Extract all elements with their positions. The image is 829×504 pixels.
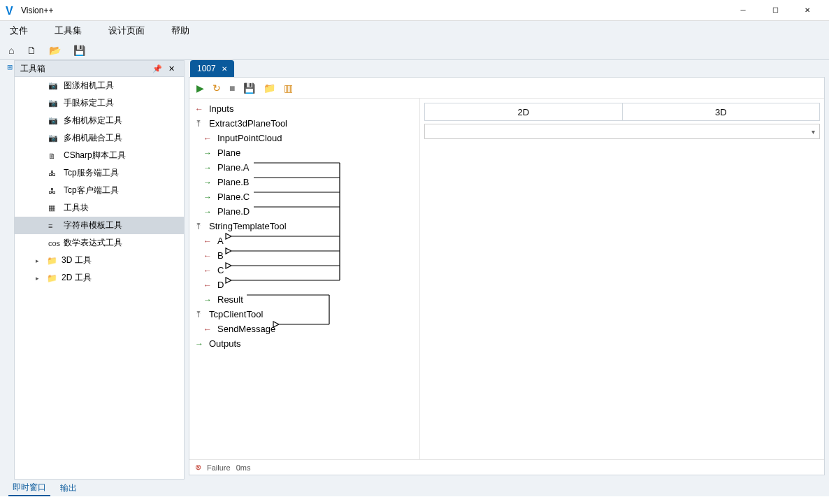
title-bar: V Vision++ ─ ☐ ✕ bbox=[0, 0, 829, 21]
tree-label: InputPointCloud bbox=[217, 133, 282, 143]
menu-bar: 文件 工具集 设计页面 帮助 bbox=[0, 21, 829, 41]
camera-icon: 📷 bbox=[48, 116, 58, 125]
viz-canvas[interactable] bbox=[424, 139, 820, 455]
toolbox-item-4[interactable]: 🗎CSharp脚本工具 bbox=[15, 147, 184, 164]
open-doc-icon[interactable]: 📁 bbox=[264, 82, 275, 94]
tree-row-3[interactable]: →Plane bbox=[189, 145, 419, 160]
save-icon[interactable]: 💾 bbox=[73, 45, 85, 56]
toolbox-item-3[interactable]: 📷多相机融合工具 bbox=[15, 129, 184, 147]
minimize-button[interactable]: ─ bbox=[727, 0, 759, 21]
tree-row-6[interactable]: →Plane.C bbox=[189, 189, 419, 204]
tree-label: Plane.A bbox=[217, 162, 250, 173]
open-folder-icon[interactable]: 📂 bbox=[49, 45, 61, 56]
side-strip[interactable]: ⊞ bbox=[0, 60, 14, 480]
toolbox-folder-label: 3D 工具 bbox=[62, 254, 92, 266]
toolbox-item-2[interactable]: 📷多相机标定工具 bbox=[15, 112, 184, 129]
refresh-icon[interactable]: ↻ bbox=[212, 82, 221, 94]
arrow-out-icon: → bbox=[203, 295, 213, 305]
toolbox-item-label: CSharp脚本工具 bbox=[64, 150, 126, 161]
menu-design[interactable]: 设计页面 bbox=[106, 23, 147, 38]
layout-icon[interactable]: ▥ bbox=[284, 82, 293, 94]
toolbox-item-label: 字符串模板工具 bbox=[64, 219, 122, 231]
document-split: ←Inputs⤒Extract3dPlaneTool←InputPointClo… bbox=[189, 99, 824, 459]
tree-row-8[interactable]: ⤒StringTemplateTool bbox=[189, 219, 419, 233]
pin-icon[interactable]: 📌 bbox=[150, 64, 164, 73]
close-button[interactable]: ✕ bbox=[791, 0, 823, 21]
arrow-up-icon: ⤒ bbox=[195, 119, 205, 129]
arrow-in-icon: ← bbox=[203, 251, 213, 261]
run-icon[interactable]: ▶ bbox=[196, 82, 204, 94]
toolbox-item-5[interactable]: 🖧Tcp服务端工具 bbox=[15, 164, 184, 182]
folder-icon: 📁 bbox=[47, 273, 57, 283]
tree-label: Outputs bbox=[209, 338, 241, 349]
toolbox-item-8[interactable]: ≡字符串模板工具 bbox=[15, 217, 184, 234]
tree-label: Plane.C bbox=[217, 192, 250, 202]
toolbox-folder-0[interactable]: ▸📁3D 工具 bbox=[15, 252, 184, 269]
tree-label: Plane bbox=[217, 147, 240, 158]
viz-dropdown[interactable]: ▾ bbox=[424, 124, 820, 139]
toolbox-item-label: 手眼标定工具 bbox=[64, 97, 114, 109]
toolbox-item-9[interactable]: cos数学表达式工具 bbox=[15, 234, 184, 252]
toolbox-item-1[interactable]: 📷手眼标定工具 bbox=[15, 94, 184, 112]
tree-row-14[interactable]: ⤒TcpClientTool bbox=[189, 307, 419, 322]
tree-label: B bbox=[217, 250, 224, 261]
viz-tab-2d[interactable]: 2D bbox=[425, 103, 622, 120]
stop-icon[interactable]: ■ bbox=[229, 82, 235, 94]
menu-help[interactable]: 帮助 bbox=[168, 23, 192, 38]
tree-label: D bbox=[217, 280, 224, 290]
viz-panel: 2D 3D ▾ bbox=[420, 99, 824, 459]
arrow-in-icon: ← bbox=[203, 236, 213, 246]
string-icon: ≡ bbox=[48, 222, 58, 230]
close-panel-icon[interactable]: ✕ bbox=[164, 64, 178, 73]
tree-row-5[interactable]: →Plane.B bbox=[189, 175, 419, 189]
tab-close-icon[interactable]: ✕ bbox=[222, 65, 227, 73]
toolbox-list: 📷图漾相机工具📷手眼标定工具📷多相机标定工具📷多相机融合工具🗎CSharp脚本工… bbox=[14, 77, 185, 480]
tree-row-2[interactable]: ←InputPointCloud bbox=[189, 131, 419, 145]
arrow-out-icon: → bbox=[203, 163, 213, 173]
tree-row-15[interactable]: ←SendMessage bbox=[189, 322, 419, 336]
tab-output[interactable]: 输出 bbox=[56, 481, 81, 496]
toolbox-item-label: 多相机融合工具 bbox=[64, 132, 122, 144]
tree-row-4[interactable]: →Plane.A bbox=[189, 160, 419, 175]
arrow-out-icon: → bbox=[195, 339, 205, 349]
net-icon: 🖧 bbox=[48, 187, 58, 195]
arrow-up-icon: ⤒ bbox=[195, 222, 205, 231]
status-time: 0ms bbox=[236, 463, 251, 472]
menu-file[interactable]: 文件 bbox=[7, 23, 31, 38]
toolbox-folder-1[interactable]: ▸📁2D 工具 bbox=[15, 269, 184, 287]
toolbox-item-6[interactable]: 🖧Tcp客户端工具 bbox=[15, 182, 184, 199]
bottom-tabs: 即时窗口 输出 bbox=[0, 480, 829, 496]
tree-row-12[interactable]: ←D bbox=[189, 278, 419, 292]
toolbox-panel: 工具箱 📌 ✕ 📷图漾相机工具📷手眼标定工具📷多相机标定工具📷多相机融合工具🗎C… bbox=[14, 60, 185, 480]
tree-label: Plane.B bbox=[217, 177, 250, 187]
arrow-out-icon: → bbox=[203, 207, 213, 217]
toolbox-item-label: 数学表达式工具 bbox=[64, 237, 122, 249]
tree-row-0[interactable]: ←Inputs bbox=[189, 101, 419, 116]
document-tab[interactable]: 1007 ✕ bbox=[190, 60, 234, 77]
block-icon: ▦ bbox=[48, 203, 58, 213]
new-file-icon[interactable]: 🗋 bbox=[27, 45, 36, 56]
maximize-button[interactable]: ☐ bbox=[759, 0, 791, 21]
tree-row-7[interactable]: →Plane.D bbox=[189, 204, 419, 219]
tree-row-13[interactable]: →Result bbox=[189, 292, 419, 307]
toolbox-item-0[interactable]: 📷图漾相机工具 bbox=[15, 77, 184, 94]
tree-row-1[interactable]: ⤒Extract3dPlaneTool bbox=[189, 116, 419, 131]
arrow-in-icon: ← bbox=[203, 324, 213, 334]
menu-toolset[interactable]: 工具集 bbox=[52, 23, 85, 38]
arrow-out-icon: → bbox=[203, 148, 213, 158]
toolbox-item-label: Tcp服务端工具 bbox=[64, 167, 119, 179]
tree-row-9[interactable]: ←A bbox=[189, 233, 419, 248]
viz-tab-3d[interactable]: 3D bbox=[622, 103, 820, 120]
save-doc-icon[interactable]: 💾 bbox=[243, 82, 255, 94]
home-icon[interactable]: ⌂ bbox=[8, 45, 14, 56]
window-controls: ─ ☐ ✕ bbox=[727, 0, 823, 21]
tree-row-11[interactable]: ←C bbox=[189, 263, 419, 278]
tree-row-10[interactable]: ←B bbox=[189, 248, 419, 263]
tab-immediate-window[interactable]: 即时窗口 bbox=[8, 480, 50, 496]
tree-row-16[interactable]: →Outputs bbox=[189, 336, 419, 351]
document-body: ▶ ↻ ■ 💾 📁 ▥ bbox=[189, 77, 825, 475]
toolbox-item-7[interactable]: ▦工具块 bbox=[15, 199, 184, 217]
toolbox-item-label: 多相机标定工具 bbox=[64, 115, 122, 127]
app-logo-icon: V bbox=[6, 5, 17, 16]
camera-icon: 📷 bbox=[48, 99, 58, 108]
